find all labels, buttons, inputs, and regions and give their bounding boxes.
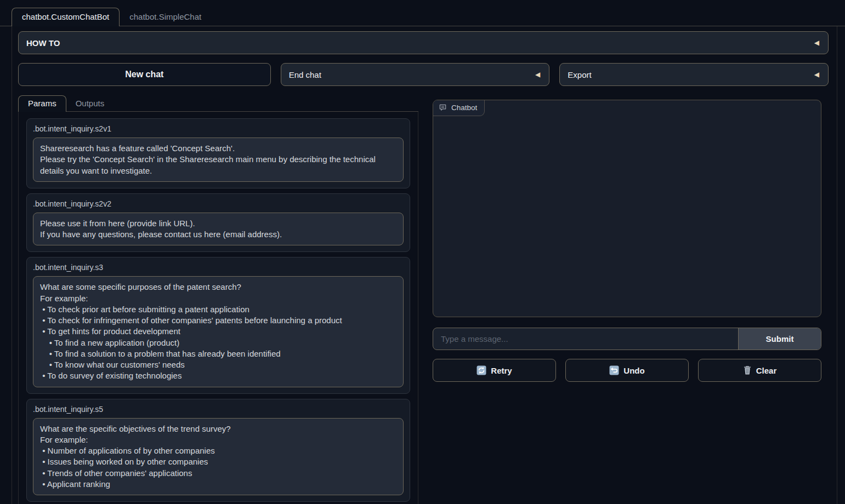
params-panel: .bot.intent_inquiry.s2v1 Shareresearch h…	[18, 112, 418, 504]
main-columns: Params Outputs .bot.intent_inquiry.s2v1 …	[18, 95, 829, 504]
new-chat-button[interactable]: New chat	[18, 63, 271, 86]
clear-button[interactable]: Clear	[698, 359, 821, 382]
param-textbox-s2v1[interactable]: Shareresearch has a feature called 'Conc…	[33, 138, 404, 182]
export-accordion[interactable]: Export ◀	[559, 63, 829, 86]
tab-simple-chat[interactable]: chatbot.SimpleChat	[120, 8, 211, 26]
chatbot-history-panel[interactable]: Chatbot	[433, 100, 821, 317]
app-window: chatbot.CustomChatBot chatbot.SimpleChat…	[0, 0, 845, 504]
chat-action-buttons: Retry Undo	[433, 359, 821, 382]
tab-params[interactable]: Params	[18, 95, 66, 112]
accordion-collapse-arrow-icon: ◀	[814, 71, 819, 78]
param-group-s2v2: .bot.intent_inquiry.s2v2 Please use it f…	[26, 193, 410, 253]
submit-button[interactable]: Submit	[738, 328, 821, 350]
chat-column: Chatbot Submit	[433, 95, 821, 382]
accordion-collapse-arrow-icon: ◀	[814, 39, 819, 47]
howto-accordion[interactable]: HOW TO ◀	[18, 31, 829, 54]
undo-button[interactable]: Undo	[565, 359, 689, 382]
chat-input-row: Submit	[433, 328, 821, 350]
export-accordion-label: Export	[568, 70, 591, 79]
actions-row: New chat End chat ◀ Export ◀	[18, 63, 829, 86]
undo-icon	[609, 365, 619, 375]
custom-chatbot-tab-panel: HOW TO ◀ New chat End chat ◀ Export ◀ Pa…	[12, 26, 837, 504]
clear-button-label: Clear	[756, 366, 777, 375]
chat-message-input[interactable]	[433, 328, 738, 350]
chatbot-panel-label: Chatbot	[433, 100, 485, 116]
clear-icon	[743, 365, 752, 375]
param-group-s2v1: .bot.intent_inquiry.s2v1 Shareresearch h…	[26, 118, 410, 188]
end-chat-accordion-label: End chat	[289, 70, 321, 79]
param-group-s5: .bot.intent_inquiry.s5 What are the spec…	[26, 399, 410, 502]
tab-outputs[interactable]: Outputs	[66, 96, 114, 111]
retry-button[interactable]: Retry	[433, 359, 556, 382]
tab-custom-chatbot[interactable]: chatbot.CustomChatBot	[12, 8, 120, 26]
main-tabbar: chatbot.CustomChatBot chatbot.SimpleChat	[0, 0, 845, 26]
accordion-collapse-arrow-icon: ◀	[535, 71, 540, 78]
end-chat-accordion[interactable]: End chat ◀	[281, 63, 550, 86]
param-label: .bot.intent_inquiry.s2v1	[33, 124, 404, 133]
param-label: .bot.intent_inquiry.s5	[33, 405, 404, 414]
undo-button-label: Undo	[623, 366, 644, 375]
params-tabbar: Params Outputs	[18, 95, 418, 112]
param-textbox-s2v2[interactable]: Please use it from here (provide link UR…	[33, 213, 404, 246]
param-label: .bot.intent_inquiry.s2v2	[33, 199, 404, 208]
chat-bubble-icon	[439, 104, 447, 112]
param-textbox-s5[interactable]: What are the specific objectives of the …	[33, 418, 404, 496]
chatbot-panel-label-text: Chatbot	[451, 104, 477, 112]
param-label: .bot.intent_inquiry.s3	[33, 263, 404, 272]
retry-icon	[477, 365, 486, 375]
param-textbox-s3[interactable]: What are some specific purposes of the p…	[33, 276, 404, 387]
howto-accordion-label: HOW TO	[26, 38, 60, 48]
param-group-s3: .bot.intent_inquiry.s3 What are some spe…	[26, 257, 410, 393]
retry-button-label: Retry	[491, 366, 512, 375]
params-column: Params Outputs .bot.intent_inquiry.s2v1 …	[18, 95, 418, 504]
